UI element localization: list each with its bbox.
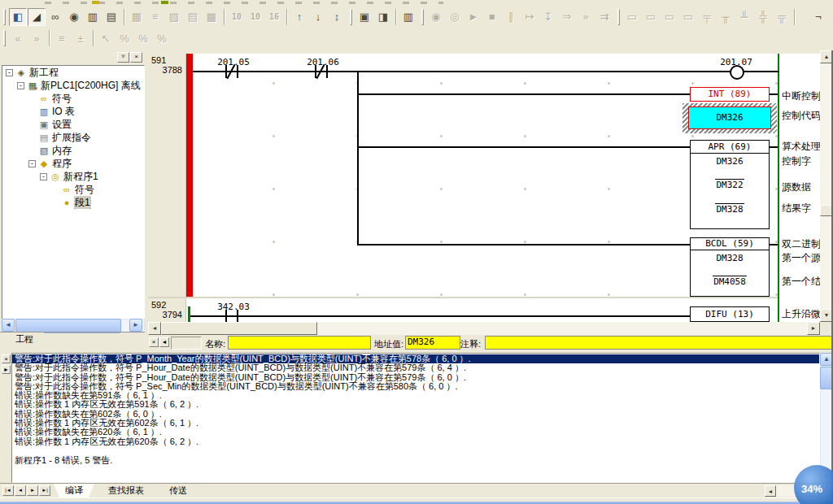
toolbar-button-glyph: ► [469, 11, 479, 23]
tab-scroll-prev-icon[interactable]: ◄ [15, 485, 26, 496]
tree-item-label: 程序 [52, 157, 72, 170]
difu-instruction-title[interactable]: DIFU (13) [690, 306, 770, 322]
tree-item-settings[interactable]: ▣ 设置 [2, 118, 144, 131]
apr-instruction-title[interactable]: APR (69) [690, 140, 770, 154]
int-instruction-title[interactable]: INT (89) [690, 87, 770, 102]
toolbar-button-glyph: ▤ [107, 11, 116, 23]
expand-toggle-icon[interactable]: - [6, 69, 13, 76]
tree-item-section1[interactable]: ● 段1 [2, 196, 144, 209]
tree-scroll-right-icon[interactable]: ► [129, 319, 142, 332]
project-workspace-tab[interactable]: 工程 [5, 332, 44, 346]
selected-operand-cell[interactable]: DM326 [688, 106, 771, 129]
operand-bar-close-button[interactable]: × [149, 337, 159, 347]
tree-item-expansion-instructions[interactable]: ▤ 扩展指令 [2, 131, 144, 144]
ladder-scroll-left-icon[interactable]: ◄ [148, 322, 161, 335]
pane-close-button[interactable]: × [130, 52, 142, 63]
no-contact[interactable] [225, 310, 227, 323]
toolbar-button-glyph: ± [77, 33, 83, 45]
operand-cell[interactable]: DM328 [690, 204, 770, 215]
insert-row-icon: ╨ [735, 8, 753, 26]
tree-item-project[interactable]: - ◈ 新工程 [2, 66, 144, 79]
monitor-window-icon[interactable]: ▥ [399, 8, 417, 26]
operand-value: DM322 [715, 179, 744, 190]
nc-contact[interactable] [237, 65, 238, 78]
operand-cell[interactable]: DM322 [690, 180, 770, 190]
output-coil[interactable] [730, 65, 744, 80]
io-table-icon: ▥ [38, 106, 50, 117]
tree-scroll-left-icon[interactable]: ◄ [2, 319, 15, 332]
no-contact[interactable] [237, 310, 238, 323]
address-reference-tool-icon[interactable]: ▥ [84, 8, 102, 26]
branch-line-bcdl [359, 244, 690, 245]
toolbar-button-glyph: » [582, 11, 588, 23]
contact-address-label[interactable]: 342.03 [209, 302, 258, 312]
show-properties-icon[interactable]: ▤ [102, 8, 120, 26]
tree-item-program1[interactable]: - ◎ 新程序1 [2, 170, 144, 183]
toolbar-button-glyph: ◢ [33, 11, 41, 23]
toolbar-button-glyph: ▭ [627, 11, 637, 23]
compare-with-plc-icon[interactable]: ↕ [328, 8, 346, 26]
toggle-project-workspace-icon[interactable]: ◧ [9, 8, 27, 26]
operand-cell[interactable]: DM328 [690, 253, 770, 263]
operand-value: DM328 [715, 203, 744, 215]
toggle-output-window-icon[interactable]: ◢ [28, 8, 46, 26]
toolbar-button-glyph: ▤ [188, 11, 198, 23]
operand-cell[interactable]: DM326 [690, 156, 770, 167]
online-edit-icon[interactable]: ▣ [355, 8, 373, 26]
expand-toggle-icon[interactable]: - [28, 160, 36, 167]
pane-dropdown-button[interactable]: ▼ [117, 52, 129, 63]
output-line[interactable]: 错误:操作数缺失在第620条（ 6, 1 ）. [12, 428, 819, 437]
operand-cell[interactable]: DM4058 [690, 276, 770, 287]
output-line[interactable]: 错误:操作数 1 内存区无效在第620条（ 6, 2 ）. [12, 437, 819, 446]
ladder-hscroll-thumb[interactable] [161, 322, 317, 335]
continuous-step-icon: » [577, 8, 595, 26]
tab-scroll-next-icon[interactable]: ► [27, 485, 38, 496]
transfer-to-plc-icon[interactable]: ↑ [290, 8, 308, 26]
comment-field[interactable] [485, 336, 833, 350]
send-changes-icon[interactable]: ◨ [374, 8, 392, 26]
toolbar-button-glyph: ■ [489, 11, 495, 23]
badge-percent: 34% [801, 483, 822, 495]
tab-find-report[interactable]: 查找报表 [96, 484, 156, 497]
select-tool-icon: ↖ [97, 29, 115, 47]
toolbar-button-glyph: ▦ [132, 11, 142, 23]
tree-item-io-table[interactable]: ▥ IO 表 [2, 105, 144, 118]
io-comment-view-icon: ▩ [203, 8, 220, 26]
expand-toggle-icon[interactable]: - [40, 173, 47, 180]
output-close-button[interactable]: × [2, 354, 11, 363]
step-over-icon: ⇒ [558, 8, 576, 26]
name-field[interactable] [228, 336, 371, 350]
compile-summary: 新程序1 - 8 错误, 5 警告. [15, 454, 112, 467]
output-line[interactable]: 警告:对于此指令操作数，符号 P_Hour_Date的数据类型(UINT_BCD… [12, 363, 819, 372]
toolbar-button-glyph: ↧ [544, 11, 553, 23]
tab-transfer[interactable]: 传送 [158, 484, 198, 497]
expand-toggle-icon[interactable]: - [17, 82, 24, 89]
stop-mode-icon: ■ [483, 8, 501, 26]
tree-item-symbols[interactable]: ∞ 符号 [2, 92, 144, 105]
transfer-from-plc-icon[interactable]: ↓ [309, 8, 327, 26]
bcdl-instruction-title[interactable]: BCDL (59) [690, 237, 770, 250]
view-symbols-icon: ≡ [146, 8, 164, 26]
address-field[interactable]: DM326 [405, 336, 460, 350]
tab-scroll-first-icon[interactable]: |◄ [2, 485, 14, 496]
output-hscroll-left-icon[interactable]: ◄ [765, 485, 776, 497]
toolbar-button-glyph: » [33, 33, 39, 45]
toolbar-button-glyph: ╬ [759, 11, 766, 23]
toolbar-button-glyph: ⇉ [600, 11, 609, 23]
tree-item-programs[interactable]: - ◆ 程序 [2, 157, 144, 170]
instruction-comment: 第一个结 [782, 275, 820, 289]
tree-item-memory[interactable]: ▧ 内存 [2, 144, 144, 157]
new-connection-icon[interactable]: ¬ [809, 8, 827, 26]
rung-number: 591 [151, 55, 166, 65]
toggle-watch-window-icon[interactable]: ∞ [46, 8, 64, 26]
toolbar-button-glyph: ↦ [526, 11, 534, 23]
tab-scroll-last-icon[interactable]: ►| [39, 485, 50, 496]
output-expand-icon[interactable]: ► [2, 365, 11, 374]
nc-contact[interactable] [326, 65, 328, 78]
tree-item-program1-symbols[interactable]: ∞ 符号 [2, 183, 144, 196]
toggle-cross-reference-icon[interactable]: ◉ [65, 8, 83, 26]
tab-compile[interactable]: 编译 [54, 484, 94, 497]
operand-bar-prev-icon[interactable]: ◄ [159, 337, 169, 347]
ladder-scroll-right-icon[interactable]: ► [807, 322, 820, 335]
tree-item-plc[interactable]: - ▦ 新PLC1[C200HG] 离线 [2, 79, 144, 92]
